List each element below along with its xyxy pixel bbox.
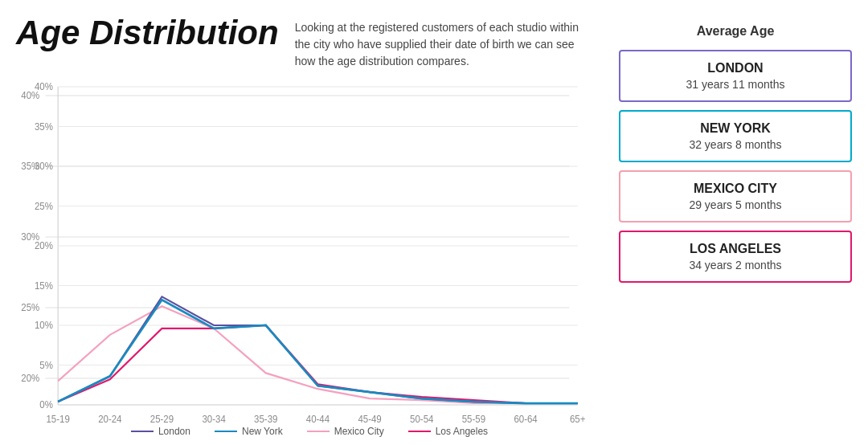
svg-text:35%: 35% [35,121,53,132]
losangeles-avg: 34 years 2 months [628,259,842,271]
chart-area: 40% 35% 30% 25% 20% 15% [16,78,603,423]
mexicocity-city-name: MEXICO CITY [628,182,842,196]
line-newyork [58,300,578,403]
svg-text:15-19: 15-19 [47,414,70,423]
losangeles-city-name: LOS ANGELES [628,242,842,256]
legend-label-london: London [158,426,190,437]
header-section: Age Distribution Looking at the register… [16,16,603,70]
legend-line-newyork [215,431,237,432]
chart-legend: London New York Mexico City Los Angeles [16,426,603,437]
svg-text:20-24: 20-24 [98,414,122,423]
newyork-city-name: NEW YORK [628,121,842,136]
svg-text:5%: 5% [39,360,53,370]
age-distribution-chart: 40% 35% 30% 25% 20% 15% [16,78,603,423]
card-losangeles: LOS ANGELES 34 years 2 months [619,231,852,283]
page-title: Age Distribution [16,16,279,50]
legend-label-losangeles: Los Angeles [436,426,488,437]
svg-text:25%: 25% [35,201,53,211]
right-panel: Average Age LONDON 31 years 11 months NE… [603,16,852,437]
legend-label-mexicocity: Mexico City [334,426,384,437]
svg-text:40%: 40% [35,81,53,92]
svg-text:55-59: 55-59 [462,414,485,423]
svg-text:0%: 0% [39,399,53,410]
svg-text:20%: 20% [21,373,39,383]
svg-text:30%: 30% [35,161,53,171]
svg-text:25-29: 25-29 [150,414,174,423]
legend-line-losangeles [408,431,431,432]
svg-text:30-34: 30-34 [202,414,226,423]
svg-text:25%: 25% [21,302,39,312]
mexicocity-avg: 29 years 5 months [628,198,842,211]
svg-text:35-39: 35-39 [254,414,277,423]
average-age-title: Average Age [619,24,852,39]
legend-label-newyork: New York [242,426,283,437]
subtitle: Looking at the registered customers of e… [295,16,584,70]
svg-text:20%: 20% [35,240,53,251]
card-mexicocity: MEXICO CITY 29 years 5 months [619,170,852,222]
svg-text:10%: 10% [35,320,53,330]
legend-newyork: New York [215,426,283,437]
svg-text:45-49: 45-49 [358,414,381,423]
main-container: Age Distribution Looking at the register… [0,0,868,445]
legend-mexicocity: Mexico City [307,426,384,437]
legend-line-mexicocity [307,431,330,432]
svg-text:60-64: 60-64 [514,414,538,423]
card-newyork: NEW YORK 32 years 8 months [619,110,852,162]
legend-london: London [131,426,190,437]
grid-lines [58,87,578,405]
svg-text:50-54: 50-54 [410,414,434,423]
london-avg: 31 years 11 months [628,78,842,91]
svg-text:15%: 15% [35,280,53,291]
legend-losangeles: Los Angeles [408,426,488,437]
card-london: LONDON 31 years 11 months [619,50,852,102]
svg-text:65+: 65+ [570,414,586,423]
line-london [58,296,578,403]
legend-line-london [131,431,154,432]
y-axis: 40% 35% 30% 25% 20% 15% [21,90,569,423]
x-labels: 15-19 20-24 25-29 30-34 35-39 40-44 45-4… [47,414,586,423]
left-panel: Age Distribution Looking at the register… [16,16,603,437]
london-city-name: LONDON [628,61,842,76]
svg-text:40-44: 40-44 [306,414,330,423]
y-labels: 0% 5% 10% 15% 20% 25% 30% 35% 40% [35,81,53,410]
newyork-avg: 32 years 8 months [628,138,842,151]
